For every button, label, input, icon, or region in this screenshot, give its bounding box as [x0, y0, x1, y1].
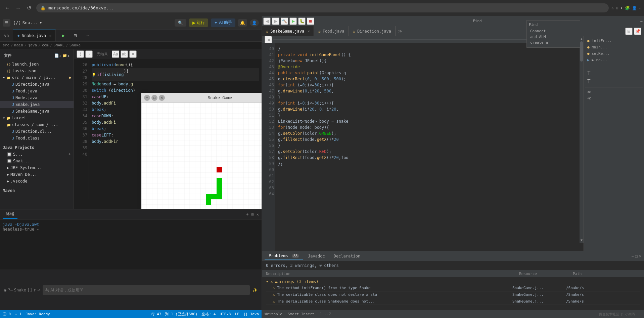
ij-scroll-down[interactable]: ▼	[580, 238, 583, 242]
profile-icon[interactable]: 👤	[632, 6, 637, 10]
ij-tab-close[interactable]: ✕	[308, 29, 310, 33]
ij-tab-direction[interactable]: ☕ Direction.java	[349, 26, 396, 36]
more-button[interactable]: ···	[82, 32, 92, 39]
tab-snake-java[interactable]: ◈ Snake.java ✕	[13, 30, 56, 42]
tree-item-jre[interactable]: ▶ JRE System...	[0, 164, 74, 171]
reload-button[interactable]: ↺	[24, 3, 34, 13]
tree-item-tasks[interactable]: {} tasks.json	[0, 68, 74, 74]
bell-button[interactable]: 🔔	[238, 19, 247, 27]
terminal-content[interactable]: java -Djava.awt headless=true -	[0, 220, 262, 270]
menu-icon[interactable]: ⋯	[639, 6, 641, 10]
avatar-button[interactable]: 👤	[250, 19, 259, 27]
bookmark-icon[interactable]: ☆	[611, 6, 614, 10]
problems-minimize[interactable]: −	[631, 254, 634, 259]
ij-action-3[interactable]: ≫	[585, 89, 643, 95]
ij-btn-build[interactable]: 🔨	[281, 17, 288, 25]
maximize-button[interactable]: □	[151, 95, 157, 101]
tree-item-maven-dep[interactable]: ▶ Maven De...	[0, 171, 74, 178]
tree-item-src[interactable]: ▾ 📁 src / main / ja...	[0, 74, 74, 81]
ij-code-content[interactable]: } private void initGamePanel() { jPanel=…	[275, 43, 584, 251]
problems-tab-declaration[interactable]: Declaration	[330, 252, 364, 260]
search-next-btn[interactable]: ⟩	[85, 50, 93, 58]
tree-item-snakegame[interactable]: J SnakeGame.java	[0, 108, 74, 115]
back-button[interactable]: ←	[3, 3, 12, 13]
ij-right-item-setke[interactable]: ● setKe...	[585, 50, 643, 57]
ij-action-1[interactable]: T	[585, 69, 643, 77]
project-dropdown[interactable]: ▾	[39, 20, 42, 25]
add-icon[interactable]: +	[68, 152, 71, 157]
puzzle-icon[interactable]: 🧩	[625, 6, 630, 10]
download-icon[interactable]: ⬇	[620, 6, 623, 10]
minimize-button[interactable]: −	[144, 95, 150, 101]
ij-tab-snakegame[interactable]: ☕ SnakeGame.java ✕	[262, 26, 314, 36]
breadcrumb-main[interactable]: main	[14, 43, 24, 47]
new-file-icon[interactable]: 📄+	[54, 53, 61, 58]
ij-tab-food[interactable]: ☕ Food.java	[314, 26, 349, 36]
ai-button[interactable]: ✦ AI 助手	[211, 18, 235, 27]
extension-icon[interactable]: ⊞	[616, 6, 618, 10]
breadcrumb-src[interactable]: src	[3, 43, 9, 47]
problems-close[interactable]: ✕	[639, 254, 641, 259]
warning-group-header[interactable]: ▾ ⚠ Warnings (3 items)	[266, 279, 640, 285]
address-bar[interactable]: 🔒 marscode.cn/ide/36nxve...	[36, 3, 609, 12]
tab-va[interactable]: va	[0, 30, 13, 42]
ij-tab-overflow[interactable]: ≫	[396, 29, 405, 34]
ij-btn-debug[interactable]: 🐛	[298, 17, 306, 25]
tab-close-icon[interactable]: ✕	[49, 34, 51, 38]
breadcrumb-file[interactable]: Snake	[70, 43, 81, 47]
search-prev-btn[interactable]: ⟨	[77, 50, 84, 58]
search-button[interactable]: 🔍	[175, 19, 186, 27]
ij-vertical-scroll[interactable]: ▲ ▼	[580, 36, 584, 243]
breadcrumb-java[interactable]: java	[28, 43, 37, 47]
ai-chat-input-field[interactable]	[43, 285, 250, 295]
ij-pin-btn[interactable]: 📌	[634, 28, 641, 35]
ij-scroll-thumb[interactable]	[580, 41, 583, 62]
sparkle-icon[interactable]: ✨	[252, 288, 258, 292]
breadcrumb-snake[interactable]: SNAKE	[53, 43, 64, 47]
ij-right-item-main[interactable]: ● main...	[585, 44, 643, 50]
tree-item-direction[interactable]: J Direction.java	[0, 81, 74, 88]
match-case-btn[interactable]: Aa	[112, 50, 119, 58]
add-terminal-btn[interactable]: +	[246, 212, 248, 217]
ij-split-btn[interactable]: ⊟	[625, 28, 633, 35]
tree-item-vscode[interactable]: ▶ .vscode	[0, 178, 74, 185]
warning-item-2[interactable]: ⚠ The serializable class does not declar…	[266, 291, 640, 298]
close-terminal-btn[interactable]: ✕	[257, 212, 259, 217]
problems-tab-javadoc[interactable]: Javadoc	[304, 252, 329, 260]
problems-expand[interactable]: □	[635, 254, 638, 259]
close-button[interactable]: ✕	[159, 95, 165, 101]
split-terminal-btn[interactable]: ⊟	[251, 212, 254, 217]
match-word-btn[interactable]: ab	[121, 50, 128, 58]
ij-btn-stop[interactable]: ⏹	[307, 17, 314, 25]
tree-item-snake[interactable]: J Snake.java	[0, 101, 74, 108]
ij-btn-back[interactable]: ◀	[263, 17, 271, 25]
clear-search-btn[interactable]: ✕	[129, 50, 137, 58]
ij-more-tools[interactable]: ⋯	[640, 19, 643, 24]
tree-item-direction-cl[interactable]: J Direction.cl...	[0, 128, 74, 135]
tree-item-food[interactable]: J Food.java	[0, 88, 74, 94]
split-editor-button[interactable]: ⊟	[70, 32, 80, 39]
warning-item-3[interactable]: ⚠ The serializable class SnakeGame does …	[266, 298, 640, 305]
tree-item-s[interactable]: 🔲 S... +	[0, 151, 74, 158]
tree-item-classes[interactable]: 📁 classes / com / ...	[0, 121, 74, 128]
tree-item-launch[interactable]: {} launch.json	[0, 61, 74, 68]
ij-right-item-ne[interactable]: ▶ ▶ ne...	[585, 57, 643, 63]
tree-item-food-class[interactable]: J Food.class	[0, 135, 74, 142]
ij-right-item-initfr[interactable]: ● initFr...	[585, 38, 643, 44]
ij-action-4[interactable]: ≪	[585, 95, 643, 102]
terminal-tab[interactable]: 终端	[3, 210, 17, 219]
run-button[interactable]: ▶ 运行	[189, 18, 208, 27]
problems-tab-problems[interactable]: Problems 88	[265, 252, 303, 260]
sidebar-toggle[interactable]: ☰	[3, 19, 10, 27]
ij-scroll-left[interactable]: ◀	[265, 36, 272, 43]
tree-item-target[interactable]: ▾ 📁 target	[0, 115, 74, 121]
breadcrumb-com[interactable]: com	[42, 43, 49, 47]
ij-btn-forward[interactable]: ▶	[272, 17, 279, 25]
new-folder-icon[interactable]: 📁+	[62, 53, 70, 58]
tree-item-node[interactable]: J Node.java	[0, 94, 74, 101]
warning-item-1[interactable]: ⚠ The method initFrame() from the type S…	[266, 285, 640, 291]
ij-btn-run[interactable]: ▶	[289, 17, 297, 25]
ij-scroll-up[interactable]: ▲	[580, 37, 583, 41]
forward-button[interactable]: →	[13, 3, 23, 13]
tree-item-snak[interactable]: 🔲 Snak...	[0, 158, 74, 164]
